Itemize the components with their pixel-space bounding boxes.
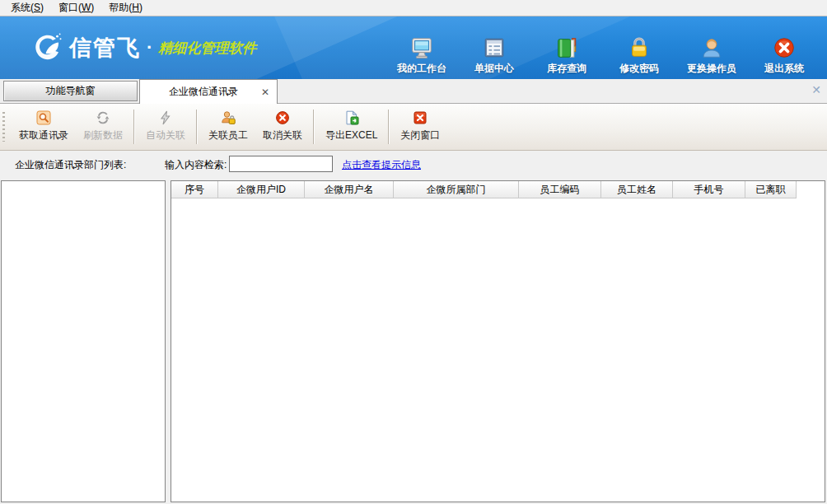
refresh-icon [96,110,110,125]
column-header-resigned[interactable]: 已离职 [745,181,797,198]
column-header-index[interactable]: 序号 [171,181,218,198]
toolbar-grip-handle[interactable] [2,112,5,142]
toolbar-separator [388,110,390,144]
header-actions: 我的工作台 单据中心 库存查询 [385,16,820,79]
change-password-button[interactable]: 修改密码 [603,16,675,79]
link-employee-icon [221,110,236,125]
close-window-icon [413,110,428,125]
brand-logo-icon [31,31,64,64]
tab-wechat-contacts[interactable]: 企业微信通讯录 ✕ [139,79,278,104]
column-header-wechat-name[interactable]: 企微用户名 [305,181,394,198]
inventory-query-icon [554,35,579,60]
brand-slogan: 精细化管理软件 [158,39,256,58]
workbench-icon [409,35,434,60]
tab-close-icon[interactable]: ✕ [254,86,277,98]
brand-separator: · [147,37,152,58]
department-tree-panel [1,180,166,502]
link-employee-label: 关联员工 [208,128,248,142]
switch-operator-button[interactable]: 更换操作员 [675,16,748,79]
exit-system-button[interactable]: 退出系统 [748,16,820,79]
unlink-button[interactable]: 取消关联 [255,104,310,150]
search-label: 输入内容检索: [165,158,227,172]
tab-function-navigator-label: 功能导航窗 [46,84,96,98]
auto-link-button: 自动关联 [138,104,193,150]
app-header: 信管飞 · 精细化管理软件 我的工作台 [0,16,827,79]
exit-system-icon [772,35,797,60]
menu-help[interactable]: 帮助(H) [101,0,150,16]
fetch-contacts-label: 获取通讯录 [19,128,68,142]
tab-strip: 功能导航窗 企业微信通讯录 ✕ ✕ [0,79,827,104]
document-center-label: 单据中心 [474,62,514,76]
auto-link-icon [158,110,173,125]
document-center-button[interactable]: 单据中心 [458,16,530,79]
refresh-data-label: 刷新数据 [83,128,123,142]
workbench-button[interactable]: 我的工作台 [385,16,458,79]
column-header-phone[interactable]: 手机号 [673,181,745,198]
hint-link[interactable]: 点击查看提示信息 [342,158,421,172]
toolbar-separator [196,110,198,144]
exit-system-label: 退出系统 [764,62,804,76]
fetch-contacts-button[interactable]: 获取通讯录 [12,104,76,150]
brand-name: 信管飞 [69,33,141,63]
inventory-query-label: 库存查询 [547,62,586,76]
tab-function-navigator[interactable]: 功能导航窗 [3,81,138,101]
tabstrip-close-icon[interactable]: ✕ [811,83,821,96]
switch-operator-icon [699,35,724,60]
change-password-icon [627,35,652,60]
contacts-table-panel: 序号 企微用户ID 企微用户名 企微所属部门 员工编码 员工姓名 手机号 已离职 [171,180,825,502]
tab-wechat-contacts-label: 企业微信通讯录 [140,85,254,99]
menu-system[interactable]: 系统(S) [3,0,51,16]
menu-bar: 系统(S) 窗口(W) 帮助(H) [0,0,827,16]
change-password-label: 修改密码 [619,62,659,76]
menu-window[interactable]: 窗口(W) [51,0,101,16]
export-excel-icon [344,110,359,125]
table-header-row: 序号 企微用户ID 企微用户名 企微所属部门 员工编码 员工姓名 手机号 已离职 [171,181,825,198]
content-area: 企业微信通讯录部门列表: 输入内容检索: 点击查看提示信息 序号 企微用户ID … [0,151,827,504]
refresh-data-button: 刷新数据 [76,104,130,150]
brand-logo: 信管飞 · 精细化管理软件 [31,28,256,68]
export-excel-label: 导出EXCEL [325,128,377,142]
column-header-emp-code[interactable]: 员工编码 [519,181,601,198]
dept-list-label: 企业微信通讯录部门列表: [15,158,126,172]
link-employee-button[interactable]: 关联员工 [201,104,255,150]
search-input[interactable] [229,156,333,172]
column-header-emp-name[interactable]: 员工姓名 [601,181,673,198]
close-window-label: 关闭窗口 [400,128,440,142]
toolbar: 获取通讯录 刷新数据 自动关联 关联员工 取消关 [0,104,827,151]
inventory-query-button[interactable]: 库存查询 [530,16,603,79]
toolbar-separator [133,110,135,144]
column-header-wechat-id[interactable]: 企微用户ID [218,181,305,198]
toolbar-separator [313,110,315,144]
switch-operator-label: 更换操作员 [687,62,736,76]
workbench-label: 我的工作台 [397,62,446,76]
unlink-label: 取消关联 [263,128,302,142]
export-excel-button[interactable]: 导出EXCEL [318,104,385,150]
auto-link-label: 自动关联 [146,128,185,142]
fetch-contacts-icon [36,110,51,125]
column-header-wechat-dept[interactable]: 企微所属部门 [394,181,519,198]
document-center-icon [482,35,507,60]
unlink-icon [275,110,290,125]
close-window-button[interactable]: 关闭窗口 [393,104,447,150]
